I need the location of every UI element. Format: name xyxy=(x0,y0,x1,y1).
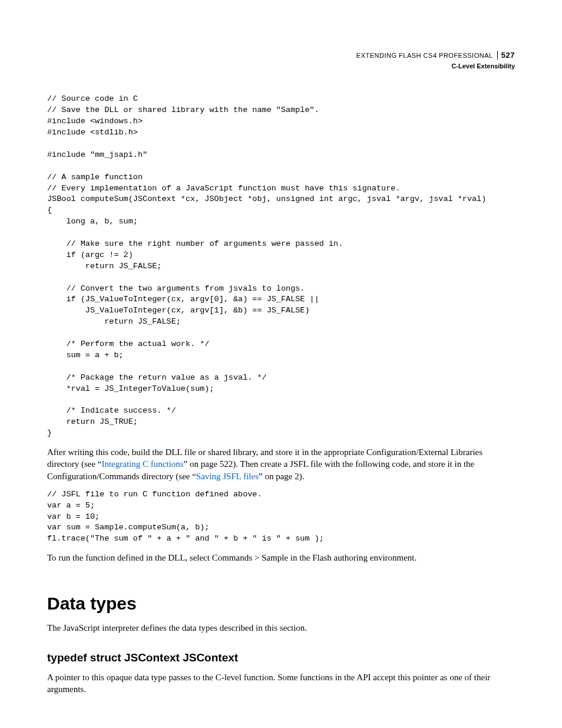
link-saving-jsfl-files[interactable]: Saving JSFL files xyxy=(196,472,259,481)
page-number: 527 xyxy=(497,51,515,60)
subsection-body-jscontext: A pointer to this opaque data type passe… xyxy=(47,671,515,696)
section-heading-data-types: Data types xyxy=(47,592,515,616)
text-fragment: ” on page 2). xyxy=(259,472,304,481)
book-title: EXTENDING FLASH CS4 PROFESSIONAL xyxy=(356,52,492,59)
section-intro: The JavaScript interpreter defines the d… xyxy=(47,622,515,634)
subsection-heading-jscontext: typedef struct JSContext JSContext xyxy=(47,650,515,666)
paragraph-build-instructions: After writing this code, build the DLL f… xyxy=(47,446,515,482)
code-block-c-source: // Source code in C // Save the DLL or s… xyxy=(47,94,515,439)
chapter-name: C-Level Extensibility xyxy=(47,62,515,71)
link-integrating-c-functions[interactable]: Integrating C functions xyxy=(101,459,183,469)
page-header: EXTENDING FLASH CS4 PROFESSIONAL 527 C-L… xyxy=(47,50,515,70)
code-block-jsfl: // JSFL file to run C function defined a… xyxy=(47,489,515,545)
header-title-line: EXTENDING FLASH CS4 PROFESSIONAL 527 xyxy=(47,50,515,61)
paragraph-run-instructions: To run the function defined in the DLL, … xyxy=(47,552,515,564)
